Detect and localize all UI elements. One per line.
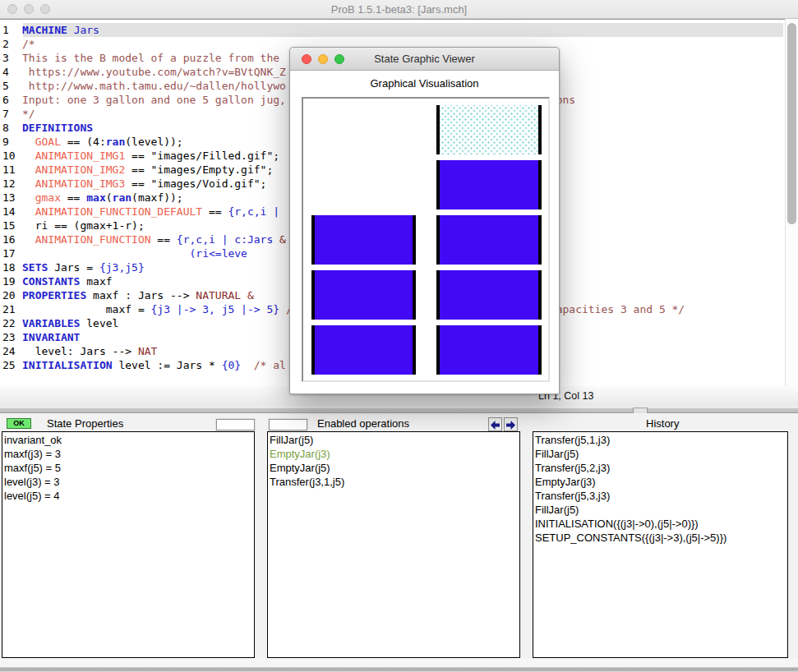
list-item[interactable]: Transfer(j5,3,j3) (535, 489, 787, 503)
code-token-pln (22, 233, 35, 246)
code-token-def: ANIMATION_IMG2 (35, 163, 126, 176)
code-token-pln: == "images/Void.gif"; (125, 177, 266, 190)
line-number: 5 (0, 79, 22, 93)
prob-main-window: ProB 1.5.1-beta3: [Jars.mch] 1MACHINE Ja… (0, 0, 798, 672)
list-item[interactable]: FillJar(j5) (270, 433, 519, 447)
line-number: 2 (0, 37, 22, 51)
list-item[interactable]: invariant_ok (4, 433, 254, 447)
code-token-kw: ran (106, 136, 125, 148)
code-token-com: apacities 3 and 5 */ (556, 303, 685, 315)
code-token-pln (22, 191, 35, 204)
invariant-ok-badge: OK (7, 418, 31, 429)
code-token-kw: MACHINE (22, 24, 67, 36)
line-number: 17 (0, 246, 22, 260)
history-list[interactable]: Transfer(j5,1,j3)FillJar(j5)Transfer(j5,… (533, 431, 788, 658)
line-number: 4 (0, 65, 22, 79)
jar-fill-filled (440, 270, 538, 320)
jar-fill-filled (440, 215, 538, 265)
jar-fill-filled (315, 270, 413, 320)
jar-cell-filled (436, 160, 542, 209)
code-token-kw: INVARIANT (22, 331, 80, 343)
list-item[interactable]: INITIALISATION({(j3|->0),(j5|->0)}) (535, 517, 787, 531)
line-number: 10 (0, 149, 22, 163)
list-item[interactable]: level(j3) = 3 (4, 475, 254, 489)
list-item[interactable]: Transfer(j5,1,j3) (535, 433, 787, 447)
viewer-titlebar[interactable]: State Graphic Viewer (290, 48, 559, 71)
editor-scrollbar-thumb[interactable] (787, 23, 796, 224)
code-token-def: ANIMATION_IMG1 (35, 150, 126, 162)
history-forward-button[interactable] (504, 417, 518, 431)
code-token-pln (22, 150, 35, 162)
line-number: 8 (0, 121, 22, 135)
list-item[interactable]: EmptyJar(j3) (270, 447, 519, 461)
code-token-pln: == (61, 191, 86, 204)
horizontal-splitter[interactable] (0, 406, 798, 413)
line-number: 6 (0, 93, 22, 107)
code-token-pln: == (151, 233, 177, 246)
window-title: ProB 1.5.1-beta3: [Jars.mch] (0, 3, 798, 16)
list-item[interactable]: EmptyJar(j3) (535, 475, 787, 489)
list-item[interactable]: Transfer(j5,2,j3) (535, 461, 787, 475)
code-token-com: /* (22, 38, 35, 50)
code-token-def: ANIMATION_FUNCTION_DEFAULT (35, 205, 203, 218)
code-token-pln: == (202, 205, 228, 218)
list-item[interactable]: level(j5) = 4 (4, 489, 254, 503)
code-token-pln: ( (106, 191, 113, 204)
code-token-def: ANIMATION_IMG3 (35, 177, 126, 190)
code-token-pln: level (80, 317, 118, 329)
viewer-title: State Graphic Viewer (290, 53, 559, 65)
code-token-com: http://www.math.tamu.edu/~dallen/hollywo (22, 80, 286, 92)
main-titlebar[interactable]: ProB 1.5.1-beta3: [Jars.mch] (0, 0, 798, 19)
enabled-operations-title: Enabled operations (317, 417, 409, 430)
code-token-pln: == "images/Empty.gif"; (125, 163, 273, 176)
jar-fill-filled (440, 325, 538, 375)
list-item[interactable]: SETUP_CONSTANTS({(j3|->3),(j5|->5)}) (535, 531, 787, 545)
line-number: 25 (0, 358, 22, 372)
code-token-typ: NAT (138, 345, 157, 357)
code-token-pln: (maxf)); (131, 191, 183, 204)
code-token-kw: max (86, 191, 105, 204)
code-token-pln (22, 177, 35, 190)
code-token-pln: maxf (80, 275, 112, 288)
state-properties-list[interactable]: invariant_okmaxf(j3) = 3maxf(j5) = 5leve… (2, 431, 255, 658)
jar-cell-filled (311, 270, 416, 320)
code-token-typ: & (247, 289, 254, 301)
list-item[interactable]: FillJar(j5) (535, 503, 787, 517)
jar-cell-empty (436, 105, 542, 154)
code-token-kw: SETS (22, 261, 48, 274)
state-properties-title: State Properties (47, 417, 123, 430)
code-token-pln: maxf = (22, 303, 151, 315)
line-number: 1 (0, 23, 22, 37)
code-token-pln (279, 303, 286, 315)
code-line[interactable]: 1MACHINE Jars (0, 23, 785, 37)
line-number: 19 (0, 274, 22, 288)
list-item[interactable]: maxf(j5) = 5 (4, 461, 254, 475)
code-token-set: {j3 |-> 3, j5 |-> 5} (151, 303, 280, 315)
line-number: 16 (0, 232, 22, 246)
enabled-operations-progress-box (269, 419, 307, 430)
state-graphic-viewer-window: State Graphic Viewer Graphical Visualisa… (289, 47, 560, 394)
line-number: 18 (0, 260, 22, 274)
list-item[interactable]: EmptyJar(j5) (270, 461, 519, 475)
list-item[interactable]: FillJar(j5) (535, 447, 787, 461)
code-token-pln (22, 136, 35, 148)
line-number: 13 (0, 191, 22, 205)
enabled-operations-list[interactable]: FillJar(j5)EmptyJar(j3)EmptyJar(j5)Trans… (267, 431, 520, 658)
code-token-pln (67, 24, 74, 36)
code-token-typ: NATURAL (196, 289, 241, 301)
code-token-kw: VARIABLES (22, 317, 80, 329)
jar-cell-filled (311, 325, 416, 375)
code-token-pln: level := Jars * (113, 359, 222, 371)
list-item[interactable]: maxf(j3) = 3 (4, 447, 254, 461)
line-number: 11 (0, 163, 22, 177)
jar-fill-filled (440, 160, 538, 209)
editor-scrollbar[interactable] (785, 19, 798, 386)
code-token-pln: level: Jars --> (22, 345, 138, 357)
code-token-pln: maxf : Jars --> (86, 289, 196, 301)
list-item[interactable]: Transfer(j3,1,j5) (270, 475, 519, 489)
code-token-kw: ran (113, 191, 131, 204)
window-bottom-strip (0, 658, 798, 672)
history-back-button[interactable] (488, 417, 502, 431)
jar-cell-filled (311, 215, 416, 265)
code-token-pln (22, 205, 35, 218)
